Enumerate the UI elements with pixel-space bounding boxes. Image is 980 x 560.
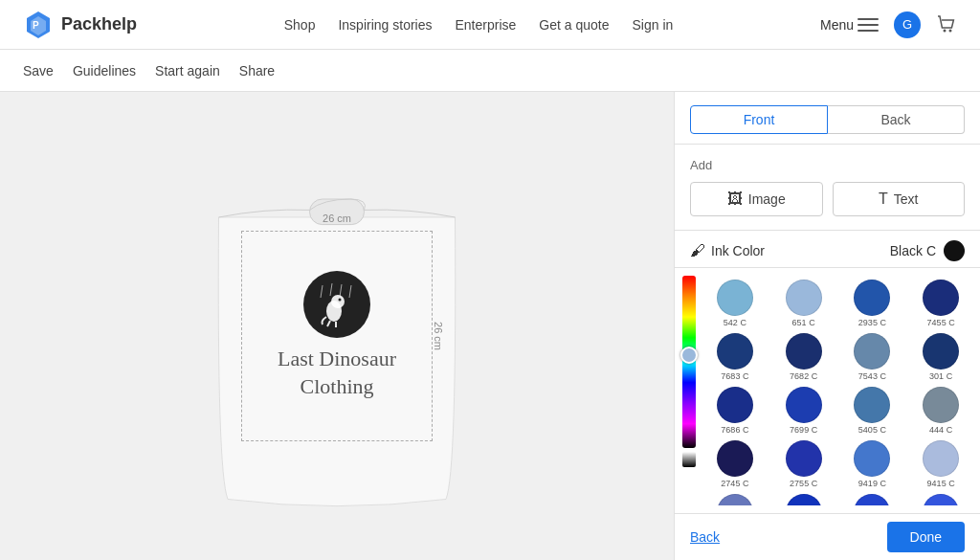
bag-container: 26 cm 26 cm [184,145,490,508]
color-grid-wrapper: 542 C 651 C 2935 C 7455 C 7683 C 7682 C … [700,276,980,505]
svg-text:P: P [33,20,39,31]
guidelines-button[interactable]: Guidelines [73,63,136,78]
swatch-circle [854,494,890,505]
color-swatch-12[interactable]: 2745 C [703,440,767,488]
share-button[interactable]: Share [239,63,275,78]
add-section: Add 🖼 Image T Text [675,145,980,231]
ink-color-dot[interactable] [944,240,965,261]
add-label: Add [690,158,965,172]
swatch-label: 7686 C [721,425,748,435]
spectrum-cursor[interactable] [680,347,698,364]
color-swatch-1[interactable]: 651 C [772,280,835,327]
svg-rect-4 [858,24,879,26]
header-right: Menu G [820,11,957,38]
swatch-circle [854,387,890,423]
color-swatch-10[interactable]: 5405 C [841,387,904,435]
color-swatch-6[interactable]: 7543 C [841,333,904,381]
dino-logo [303,271,370,338]
svg-point-7 [949,29,952,32]
color-swatch-8[interactable]: 7686 C [703,387,767,435]
logo[interactable]: P Packhelp [23,10,137,40]
ink-label-text: Ink Color [711,243,765,258]
ink-label: 🖌 Ink Color [690,242,890,259]
color-swatch-13[interactable]: 2755 C [772,440,835,488]
svg-line-9 [321,285,323,298]
start-again-button[interactable]: Start again [155,63,220,78]
swatch-circle [923,494,959,505]
color-spectrum[interactable] [682,276,696,448]
logo-icon: P [23,10,54,40]
ink-section: 🖌 Ink Color Black C [675,231,980,513]
svg-line-12 [349,285,351,298]
globe-text: G [902,17,912,32]
swatch-label: 7683 C [721,371,748,381]
main-nav: Shop Inspiring stories Enterprise Get a … [284,17,674,33]
width-label: 26 cm [323,213,351,224]
color-swatch-17[interactable]: 286 C [772,494,835,505]
add-text-button[interactable]: T Text [833,182,966,216]
swatch-label: 301 C [929,371,952,381]
nav-signin[interactable]: Sign in [632,17,673,33]
back-link[interactable]: Back [690,529,720,545]
color-swatch-9[interactable]: 7699 C [772,387,835,435]
menu-button[interactable]: Menu [820,14,879,35]
header: P Packhelp Shop Inspiring stories Enterp… [0,0,980,50]
save-button[interactable]: Save [23,63,54,78]
color-swatch-2[interactable]: 2935 C [841,280,904,327]
nav-quote[interactable]: Get a quote [539,17,609,33]
done-button[interactable]: Done [887,522,965,552]
swatch-label: 7455 C [927,318,955,327]
language-button[interactable]: G [894,11,921,38]
swatch-circle [717,387,753,423]
add-text-label: Text [894,191,919,207]
swatch-label: 542 C [724,318,746,327]
logo-text: Packhelp [61,14,137,34]
swatch-circle [717,494,753,505]
nav-shop[interactable]: Shop [284,17,316,33]
cart-icon[interactable] [936,14,957,35]
color-swatch-14[interactable]: 9419 C [841,440,904,488]
swatch-circle [923,440,959,477]
swatch-circle [854,280,890,316]
color-swatch-0[interactable]: 542 C [703,280,767,327]
swatch-label: 2935 C [858,318,886,327]
swatch-label: 651 C [792,318,815,327]
color-swatch-11[interactable]: 444 C [909,387,972,435]
canvas-area: 26 cm 26 cm [0,92,674,560]
svg-line-10 [330,283,332,296]
swatch-label: 7682 C [790,371,817,381]
color-swatch-19[interactable]: 2727 C [909,494,972,505]
swatch-circle [717,333,753,370]
swatch-circle [923,333,959,370]
swatch-circle [854,440,890,477]
color-swatch-7[interactable]: 301 C [909,333,972,381]
svg-point-6 [944,29,947,32]
color-swatch-3[interactable]: 7455 C [909,280,972,327]
tab-back[interactable]: Back [828,105,965,134]
color-swatch-18[interactable]: 2728 C [841,494,904,505]
ink-header: 🖌 Ink Color Black C [675,231,980,268]
swatch-label: 9419 C [858,479,886,488]
add-image-label: Image [748,191,786,207]
tab-front[interactable]: Front [690,105,828,134]
brightness-bar[interactable] [682,452,696,467]
nav-enterprise[interactable]: Enterprise [455,17,516,33]
swatch-circle [923,387,959,423]
color-picker-container: 542 C 651 C 2935 C 7455 C 7683 C 7682 C … [675,268,980,513]
svg-point-15 [339,298,342,301]
add-image-button[interactable]: 🖼 Image [690,182,823,216]
color-swatch-16[interactable]: 2718 C [703,494,767,505]
color-grid: 542 C 651 C 2935 C 7455 C 7683 C 7682 C … [700,276,980,505]
swatch-circle [923,280,959,316]
swatch-label: 9415 C [927,479,955,488]
image-icon: 🖼 [727,190,743,208]
color-swatch-5[interactable]: 7682 C [772,333,835,381]
menu-icon [858,14,879,35]
nav-inspiring[interactable]: Inspiring stories [338,17,432,33]
ink-icon: 🖌 [690,242,705,259]
bottom-bar: Back Done [675,513,980,560]
add-buttons: 🖼 Image T Text [690,182,965,216]
color-swatch-15[interactable]: 9415 C [909,440,972,488]
svg-rect-5 [858,30,879,32]
color-swatch-4[interactable]: 7683 C [703,333,767,381]
